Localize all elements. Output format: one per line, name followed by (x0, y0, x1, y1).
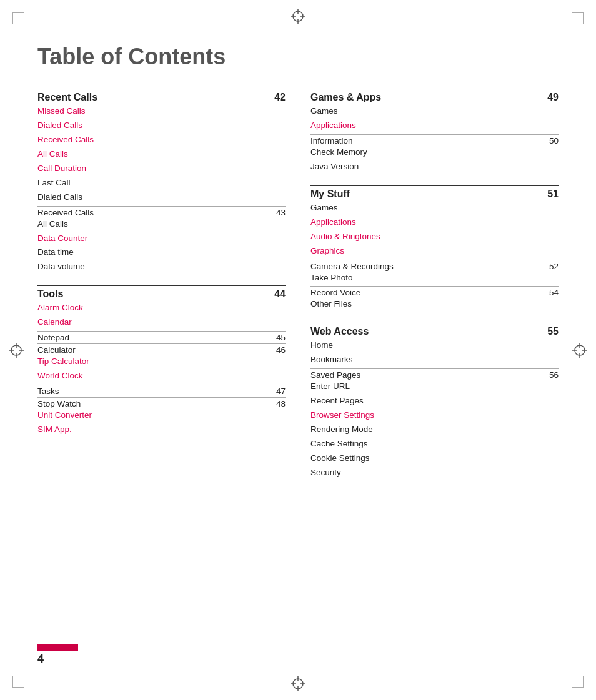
recent-calls-header: Recent Calls 42 (37, 89, 286, 103)
list-item: Graphics (310, 244, 559, 259)
subsection-title: Information (310, 136, 353, 145)
subsection-header: Tasks 47 (37, 385, 286, 396)
item-label: Calendar (37, 315, 72, 330)
item-label: Rendering Mode (310, 423, 373, 437)
list-item: Last Call (37, 176, 286, 190)
list-item: All Calls (37, 217, 286, 232)
section-my-stuff: My Stuff 51 Games Applications Audio & R… (310, 185, 559, 312)
list-item: Data Counter (37, 232, 286, 246)
item-label: Home (310, 338, 333, 353)
corner-tick-br (572, 676, 584, 688)
list-item: Browser Settings (310, 408, 559, 423)
item-label: Take Photo (310, 271, 353, 285)
list-item: Check Memory (310, 145, 559, 160)
item-label: Data volume (37, 260, 85, 274)
crosshair-bottom (289, 675, 307, 693)
list-item: Home (310, 338, 559, 353)
subsection-title: Calculator (37, 345, 76, 355)
item-label: Missed Calls (37, 104, 86, 119)
list-item: Security (310, 466, 559, 480)
right-column: Games & Apps 49 Games Applications Infor… (310, 89, 559, 491)
item-label: Cookie Settings (310, 451, 370, 466)
item-label: Unit Converter (37, 408, 92, 423)
subsection-page: 56 (549, 370, 559, 380)
list-item: Java Version (310, 160, 559, 174)
tools-header: Tools 44 (37, 285, 286, 300)
item-label: Check Memory (310, 145, 367, 160)
item-label: Dialed Calls (37, 119, 82, 133)
web-access-title: Web Access (310, 326, 369, 337)
item-label: Data time (37, 245, 74, 260)
item-label: Browser Settings (310, 408, 374, 423)
item-label: Cache Settings (310, 437, 368, 451)
item-label: Games (310, 201, 338, 215)
toc-grid: Recent Calls 42 Missed Calls Dialed Call… (37, 89, 559, 491)
list-item: Audio & Ringtones (310, 230, 559, 244)
item-label: Data Counter (37, 232, 87, 246)
subsection-header: Stop Watch 48 (37, 397, 286, 408)
item-label: Applications (310, 215, 356, 230)
web-access-page: 55 (547, 326, 559, 337)
section-tools: Tools 44 Alarm Clock Calendar Notepad 45… (37, 285, 286, 437)
subsection-header: Calculator 46 (37, 343, 286, 355)
list-item: Games (310, 201, 559, 215)
item-label: Bookmarks (310, 353, 353, 367)
item-label: Received Calls (37, 133, 94, 147)
item-label: Other Files (310, 297, 352, 312)
page-title: Table of Contents (37, 44, 559, 70)
item-label: Applications (310, 119, 356, 133)
item-label: Graphics (310, 244, 344, 259)
list-item: SIM App. (37, 423, 286, 437)
subsection-title: Received Calls (37, 208, 94, 217)
games-apps-header: Games & Apps 49 (310, 89, 559, 103)
games-apps-title: Games & Apps (310, 92, 381, 103)
list-item: Unit Converter (37, 408, 286, 423)
item-label: Alarm Clock (37, 301, 83, 315)
subsection-header: Camera & Recordings 52 (310, 260, 559, 271)
item-label: Security (310, 466, 341, 480)
my-stuff-page: 51 (547, 189, 559, 200)
list-item: All Calls (37, 147, 286, 162)
tools-page: 44 (274, 288, 286, 300)
item-label: Games (310, 104, 338, 119)
my-stuff-header: My Stuff 51 (310, 185, 559, 200)
list-item: Dialed Calls (37, 119, 286, 133)
list-item: Call Duration (37, 162, 286, 176)
list-item: Bookmarks (310, 353, 559, 367)
subsection-title: Saved Pages (310, 370, 360, 380)
section-web-access: Web Access 55 Home Bookmarks Saved Pages… (310, 323, 559, 480)
list-item: Rendering Mode (310, 423, 559, 437)
recent-calls-page: 42 (274, 92, 286, 103)
item-label: All Calls (37, 147, 68, 162)
subsection-page: 52 (549, 262, 559, 271)
item-label: Dialed Calls (37, 190, 82, 205)
list-item: Data volume (37, 260, 286, 274)
item-label: Audio & Ringtones (310, 230, 380, 244)
list-item: Other Files (310, 297, 559, 312)
subsection-header: Information 50 (310, 134, 559, 145)
item-label: All Calls (37, 217, 68, 232)
list-item: Games (310, 104, 559, 119)
item-label: Call Duration (37, 162, 86, 176)
subsection-page: 54 (549, 288, 559, 297)
item-label: Tip Calculator (37, 355, 89, 369)
my-stuff-title: My Stuff (310, 189, 350, 200)
list-item: Calendar (37, 315, 286, 330)
item-label: Recent Pages (310, 394, 364, 408)
item-label: Last Call (37, 176, 71, 190)
page-number: 4 (37, 653, 44, 666)
subsection-page: 43 (276, 208, 286, 217)
corner-tick-bl (12, 676, 24, 688)
subsection-title: Stop Watch (37, 399, 81, 408)
section-games-apps: Games & Apps 49 Games Applications Infor… (310, 89, 559, 174)
web-access-header: Web Access 55 (310, 323, 559, 337)
games-apps-page: 49 (547, 92, 559, 103)
recent-calls-title: Recent Calls (37, 92, 97, 103)
item-label: SIM App. (37, 423, 72, 437)
subsection-title: Tasks (37, 387, 59, 396)
item-label: Enter URL (310, 380, 350, 394)
item-label: World Clock (37, 369, 83, 383)
red-bar (37, 644, 78, 651)
subsection-title: Notepad (37, 333, 69, 342)
list-item: Cookie Settings (310, 451, 559, 466)
